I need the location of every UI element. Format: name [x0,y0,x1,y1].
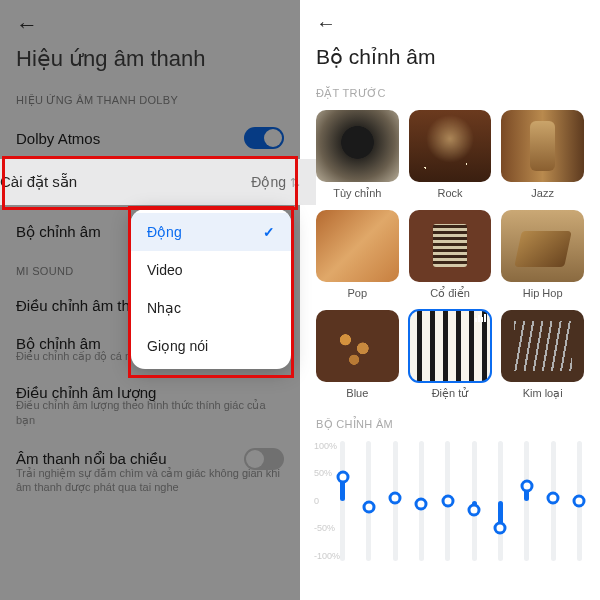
eq-band[interactable] [577,441,582,561]
eq-band[interactable] [498,441,503,561]
back-icon[interactable]: ← [16,12,284,38]
eq-band[interactable] [445,441,450,561]
dolby-toggle[interactable] [244,127,284,149]
chevron-updown-icon: ⇅ [290,176,300,190]
dropdown-item-dong[interactable]: Động✓ [131,213,291,251]
preset-blue[interactable]: Blue [316,310,399,400]
page-title: Bộ chỉnh âm [316,45,584,69]
page-title: Hiệu ứng âm thanh [16,46,284,72]
section-dolby: HIỆU ỨNG ÂM THANH DOLBY [16,94,284,107]
check-icon: ✓ [263,224,275,240]
preset-hiphop[interactable]: Hip Hop [501,210,584,300]
three-sub: Trải nghiệm sự đắm chìm và cảm giác khôn… [16,466,284,496]
preset-dien-tu[interactable]: Điện tử [409,310,492,400]
eq-band[interactable] [419,441,424,561]
preset-jazz[interactable]: Jazz [501,110,584,200]
dolby-label: Dolby Atmos [16,130,100,147]
dropdown-item-video[interactable]: Video [131,251,291,289]
preset-value: Động [251,174,286,190]
section-preset: ĐẶT TRƯỚC [316,87,584,100]
preset-pop[interactable]: Pop [316,210,399,300]
preset-row[interactable]: Cài đặt sẵn Động⇅ [0,159,316,205]
eq-axis: 100%50%0-50%-100% [314,441,340,561]
dropdown-item-nhac[interactable]: Nhạc [131,289,291,327]
preset-grid: Tùy chỉnh Rock Jazz Pop Cổ điển Hip Hop … [316,110,584,400]
three-label: Âm thanh nổi ba chiều [16,450,167,468]
eq-band[interactable] [524,441,529,561]
dolby-atmos-row[interactable]: Dolby Atmos [16,117,284,159]
eq-band[interactable] [393,441,398,561]
vol-sub: Điều chỉnh âm lượng theo hình thức thính… [16,398,284,428]
sound-effects-screen: ← Hiệu ứng âm thanh HIỆU ỨNG ÂM THANH DO… [0,0,300,600]
equalizer-icon [475,314,486,322]
3d-toggle[interactable] [244,448,284,470]
eq-band[interactable] [472,441,477,561]
back-icon[interactable]: ← [316,12,584,35]
eq-band[interactable] [366,441,371,561]
preset-rock[interactable]: Rock [409,110,492,200]
eq-band[interactable] [551,441,556,561]
preset-co-dien[interactable]: Cổ điển [409,210,492,300]
dropdown-item-giongnoi[interactable]: Giọng nói [131,327,291,365]
preset-tuy-chinh[interactable]: Tùy chỉnh [316,110,399,200]
equalizer-sliders: 100%50%0-50%-100% [316,441,584,581]
equalizer-screen: ← Bộ chỉnh âm ĐẶT TRƯỚC Tùy chỉnh Rock J… [300,0,600,600]
eq-label: Bộ chỉnh âm [16,223,101,241]
preset-label: Cài đặt sẵn [0,173,77,191]
preset-dropdown[interactable]: Động✓ Video Nhạc Giọng nói [131,209,291,369]
eq-band[interactable] [340,441,345,561]
section-eq: BỘ CHỈNH ÂM [316,418,584,431]
preset-kim-loai[interactable]: Kim loại [501,310,584,400]
